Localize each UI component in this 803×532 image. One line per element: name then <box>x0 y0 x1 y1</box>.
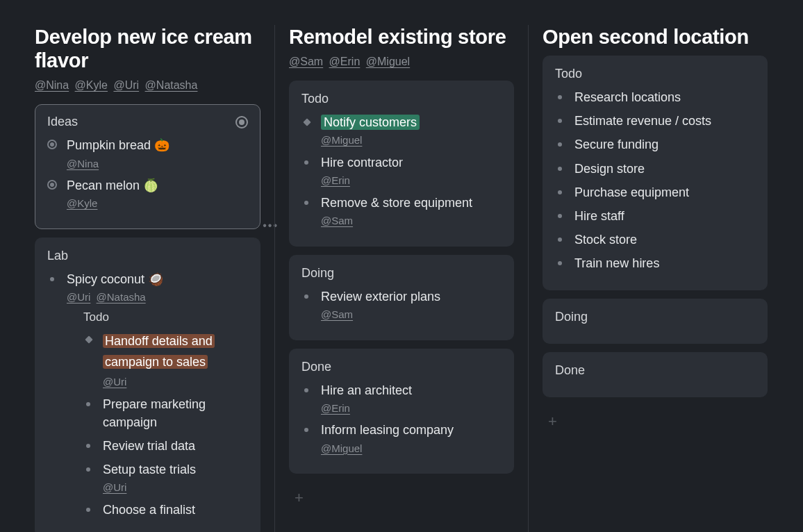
task-item[interactable]: Secure funding <box>555 135 755 153</box>
mention[interactable]: @Sam <box>321 215 353 226</box>
dot-bullet-icon <box>558 190 562 194</box>
dot-bullet-icon <box>558 238 562 242</box>
board: Develop new ice cream flavor@Nina @Kyle … <box>0 0 803 532</box>
stack-card[interactable]: DoingReview exterior plans@Sam <box>289 255 514 340</box>
stack-card[interactable]: DoneHire an architect@Erin Inform leasin… <box>289 349 514 474</box>
task-item[interactable]: Research locations <box>555 88 755 106</box>
dot-bullet-icon <box>558 261 562 265</box>
task-text: Handoff details and campaign to sales <box>103 331 248 373</box>
task-text: Choose a finalist <box>103 501 248 519</box>
task-item[interactable]: Pumpkin bread 🎃@Nina <box>47 136 248 171</box>
dot-bullet-icon <box>558 119 562 123</box>
stack-title: Todo <box>301 92 329 106</box>
column-title[interactable]: Remodel existing store <box>289 25 514 49</box>
stack-card[interactable]: TodoResearch locationsEstimate revenue /… <box>543 56 768 290</box>
mention[interactable]: @Sam <box>289 56 323 67</box>
stack-header: Doing <box>301 266 502 281</box>
stack-title: Doing <box>301 266 334 281</box>
task-list: Pumpkin bread 🎃@Nina Pecan melon 🍈@Kyle <box>47 136 248 211</box>
task-item[interactable]: Estimate revenue / costs <box>555 112 755 130</box>
task-text: Hire an architect <box>321 381 502 399</box>
add-stack-button[interactable]: + <box>543 406 768 438</box>
mention[interactable]: @Miguel <box>321 442 362 454</box>
mention[interactable]: @Nina <box>67 158 99 169</box>
stack-title: Done <box>555 363 585 378</box>
task-item[interactable]: Prepare marketing campaign <box>83 395 248 431</box>
stack-card[interactable]: Done <box>543 352 768 397</box>
task-item[interactable]: Stock store <box>555 231 755 249</box>
dot-bullet-icon <box>304 428 308 432</box>
task-assignees: @Uri <box>103 480 248 495</box>
board-column: Develop new ice cream flavor@Nina @Kyle … <box>21 25 274 532</box>
task-text: Pecan melon 🍈 <box>67 176 248 194</box>
mention[interactable]: @Kyle <box>67 197 97 209</box>
mention[interactable]: @Nina <box>35 79 69 91</box>
task-item[interactable]: Hire contractor@Erin <box>301 153 502 188</box>
stack-card[interactable]: Doing <box>543 299 768 344</box>
mention[interactable]: @Kyle <box>75 79 108 91</box>
task-item[interactable]: Pecan melon 🍈@Kyle <box>47 176 248 211</box>
mention[interactable]: @Uri <box>113 79 139 91</box>
column-title[interactable]: Develop new ice cream flavor <box>35 25 260 72</box>
task-item[interactable]: Review exterior plans@Sam <box>301 288 502 322</box>
column-title[interactable]: Open second location <box>543 25 768 49</box>
stack-header: Ideas <box>47 115 248 129</box>
task-item[interactable]: Hire an architect@Erin <box>301 381 502 416</box>
task-text: Pumpkin bread 🎃 <box>67 136 248 154</box>
task-text: Research locations <box>574 88 755 106</box>
mention[interactable]: @Natasha <box>145 79 198 91</box>
dot-bullet-icon <box>558 167 562 171</box>
task-item[interactable]: Remove & store equipment@Sam <box>301 194 502 228</box>
stack-card[interactable]: TodoNotify customers@Miguel Hire contrac… <box>289 81 514 247</box>
mention[interactable]: @Miguel <box>321 134 362 146</box>
dot-bullet-icon <box>86 467 90 472</box>
task-item[interactable]: Notify customers@Miguel <box>301 113 502 148</box>
task-text: Notify customers <box>321 113 502 131</box>
radio-bullet-icon <box>47 180 57 190</box>
dot-bullet-icon <box>86 402 90 406</box>
task-item[interactable]: Handoff details and campaign to sales@Ur… <box>83 331 248 390</box>
mention[interactable]: @Uri <box>103 376 126 388</box>
add-stack-button[interactable]: + <box>289 482 514 514</box>
mention[interactable]: @Sam <box>321 308 353 320</box>
task-item[interactable]: Setup taste trials@Uri <box>83 460 248 495</box>
nested-section: TodoHandoff details and campaign to sale… <box>83 309 248 519</box>
mention[interactable]: @Natasha <box>97 291 146 303</box>
dot-bullet-icon <box>558 95 562 99</box>
stack-header: Done <box>555 363 755 378</box>
mention[interactable]: @Erin <box>321 174 350 186</box>
task-text: Review exterior plans <box>321 288 502 306</box>
board-column: Remodel existing store@Sam @Erin @Miguel… <box>274 25 528 532</box>
radio-bullet-icon <box>47 140 57 149</box>
mention[interactable]: @Erin <box>321 402 350 414</box>
task-item[interactable]: Purchase equipment <box>555 183 755 201</box>
mention[interactable]: @Miguel <box>366 56 410 67</box>
task-assignees: @Kyle <box>67 196 248 211</box>
mention[interactable]: @Uri <box>103 481 126 493</box>
task-text: Inform leasing company <box>321 421 502 439</box>
task-item[interactable]: Review trial data <box>83 437 248 455</box>
dot-bullet-icon <box>86 508 90 512</box>
mention[interactable]: @Uri <box>67 291 90 303</box>
task-item[interactable]: Spicy coconut 🥥@Uri @Natasha TodoHandoff… <box>47 270 248 519</box>
dot-bullet-icon <box>304 160 308 165</box>
task-item[interactable]: Inform leasing company@Miguel <box>301 421 502 456</box>
task-item[interactable]: Hire staff <box>555 207 755 225</box>
dot-bullet-icon <box>558 214 562 218</box>
stack-title: Todo <box>555 67 582 81</box>
marker-icon[interactable] <box>235 116 248 128</box>
stack-card[interactable]: IdeasPumpkin bread 🎃@Nina Pecan melon 🍈@… <box>35 104 260 229</box>
task-text: Design store <box>574 160 755 178</box>
mention[interactable]: @Erin <box>329 56 361 67</box>
task-assignees: @Miguel <box>321 133 502 148</box>
task-list: Review exterior plans@Sam <box>301 288 502 322</box>
task-item[interactable]: Train new hires <box>555 254 755 272</box>
stack-header: Todo <box>301 92 502 106</box>
task-item[interactable]: Design store <box>555 160 755 178</box>
task-text: Purchase equipment <box>574 183 755 201</box>
task-item[interactable]: Choose a finalist <box>83 501 248 519</box>
task-assignees: @Sam <box>321 307 502 322</box>
stack-card[interactable]: LabSpicy coconut 🥥@Uri @Natasha TodoHand… <box>35 238 260 532</box>
task-text: Train new hires <box>574 254 755 272</box>
column-assignees: @Sam @Erin @Miguel <box>289 56 514 68</box>
